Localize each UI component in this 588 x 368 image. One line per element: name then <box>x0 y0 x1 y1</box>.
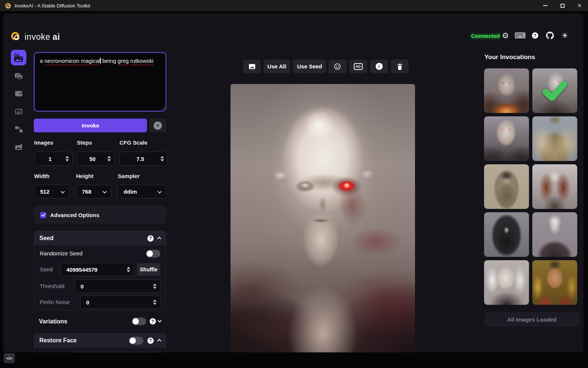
cfg-scale-label: CFG Scale <box>120 139 147 146</box>
question-circle-icon: ? <box>532 32 538 39</box>
upscale-hd-button[interactable]: HD <box>349 59 367 73</box>
seed-help-icon[interactable]: ? <box>147 235 154 242</box>
images-input[interactable]: 1 <box>34 152 73 166</box>
threshold-input[interactable]: 0 <box>75 280 160 293</box>
hotkeys-button[interactable]: ⌨ <box>514 30 526 41</box>
seed-input[interactable]: 4099544579 <box>61 263 134 276</box>
svg-text:Aa: Aa <box>14 52 20 57</box>
gallery-thumbnail[interactable] <box>532 116 577 161</box>
selected-check-icon <box>541 77 569 104</box>
generated-image <box>231 84 415 352</box>
perlin-noise-input[interactable]: 0 <box>80 296 160 309</box>
close-button[interactable]: ✕ <box>571 0 588 11</box>
shuffle-button[interactable]: Shuffle <box>137 263 160 276</box>
tab-outpainting[interactable] <box>12 105 25 117</box>
delete-image-button[interactable] <box>391 59 409 73</box>
tab-nodes[interactable] <box>12 123 25 135</box>
collapse-chevron-icon[interactable] <box>157 339 161 343</box>
chevron-down-icon <box>61 189 65 193</box>
restore-face-header[interactable]: Restore Face ? <box>34 333 166 348</box>
randomize-seed-label: Randomize Seed <box>40 250 82 256</box>
cancel-button[interactable]: ✕ <box>149 119 166 132</box>
gallery-thumbnail[interactable] <box>532 164 577 209</box>
help-button[interactable]: ? <box>529 30 541 41</box>
seed-value: 4099544579 <box>66 267 97 273</box>
variations-toggle[interactable] <box>132 317 146 325</box>
invoke-logo-icon <box>11 32 19 40</box>
brand-invoke: invoke <box>24 32 50 42</box>
stepper-icon[interactable] <box>153 300 157 305</box>
github-button[interactable] <box>544 30 556 41</box>
seed-label: Seed <box>40 266 53 272</box>
restore-face-toggle[interactable] <box>129 337 143 345</box>
threshold-value: 0 <box>81 283 84 290</box>
sampler-select[interactable]: ddim <box>118 185 166 198</box>
gallery-thumbnail[interactable] <box>484 260 529 305</box>
collapse-chevron-icon[interactable] <box>157 237 161 241</box>
gallery-thumbnail[interactable] <box>532 212 577 257</box>
randomize-seed-toggle[interactable] <box>146 250 160 258</box>
stepper-icon[interactable] <box>127 267 130 272</box>
use-seed-button[interactable]: Use Seed <box>293 59 326 73</box>
stepper-icon[interactable] <box>65 156 69 162</box>
gallery-thumbnail[interactable] <box>484 116 529 161</box>
close-icon: ✕ <box>577 3 582 8</box>
settings-button[interactable]: ⚙ <box>500 30 511 41</box>
prompt-word: a <box>40 58 43 64</box>
gallery-thumbnail[interactable] <box>532 260 577 305</box>
fix-faces-button[interactable] <box>329 59 346 73</box>
text-caret <box>100 58 101 64</box>
maximize-button[interactable] <box>554 0 571 11</box>
image-to-image-icon <box>14 71 24 81</box>
steps-value: 50 <box>89 156 96 162</box>
image-info-button[interactable]: i <box>370 59 388 73</box>
keyboard-icon: ⌨ <box>514 31 526 40</box>
width-select[interactable]: 512 <box>34 185 69 198</box>
height-select[interactable]: 768 <box>76 185 111 198</box>
console-toggle-button[interactable]: </> <box>4 353 15 363</box>
perlin-noise-value: 0 <box>86 299 89 306</box>
cfg-scale-input[interactable]: 7.5 <box>120 152 168 166</box>
window-title: InvokeAI - A Stable Diffusion Toolkit <box>14 3 90 9</box>
variations-help-icon[interactable]: ? <box>150 318 156 325</box>
prompt-input[interactable]: a necronomicon magical being greg rutkow… <box>34 52 166 112</box>
use-all-button[interactable]: Use All <box>264 59 290 73</box>
stepper-icon[interactable] <box>160 156 164 162</box>
info-icon: i <box>376 63 383 70</box>
face-icon <box>334 63 341 70</box>
brand-title: invokeai <box>24 32 60 42</box>
gallery-thumbnail[interactable] <box>532 68 577 113</box>
sun-icon: ☀ <box>561 31 568 40</box>
tab-post-processing[interactable] <box>12 141 25 153</box>
gear-icon: ⚙ <box>502 31 509 40</box>
app-window: invokeai Connected ⚙ ⌨ ? ☀ Aa <box>3 13 584 352</box>
tab-image-to-image[interactable] <box>12 69 25 82</box>
gallery-thumbnail[interactable] <box>484 68 529 113</box>
variations-title: Variations <box>39 318 67 325</box>
restore-face-help-icon[interactable]: ? <box>147 338 154 344</box>
expand-chevron-icon[interactable] <box>157 318 161 322</box>
tab-inpainting[interactable] <box>12 87 25 100</box>
resize-grip-icon[interactable] <box>161 106 164 110</box>
gallery-thumbnail[interactable] <box>484 164 529 209</box>
brand-ai: ai <box>52 32 60 42</box>
minimize-button[interactable] <box>537 0 554 11</box>
invoke-button[interactable]: Invoke <box>34 119 147 132</box>
load-status-bar: All Images Loaded <box>484 312 579 327</box>
advanced-options-checkbox[interactable] <box>40 212 46 218</box>
stepper-icon[interactable] <box>153 284 157 289</box>
theme-button[interactable]: ☀ <box>559 30 571 41</box>
window-titlebar: InvokeAI - A Stable Diffusion Toolkit ✕ <box>0 0 588 11</box>
strength-input[interactable]: 0.8 <box>71 352 160 352</box>
show-image-button[interactable] <box>243 59 261 73</box>
image-icon <box>248 63 256 70</box>
tab-text-to-image[interactable]: Aa <box>11 50 26 65</box>
steps-input[interactable]: 50 <box>77 152 115 166</box>
gallery-thumbnail[interactable] <box>484 212 529 257</box>
prompt-word: being <box>102 58 116 64</box>
steps-label: Steps <box>77 139 92 146</box>
stepper-icon[interactable] <box>107 156 111 162</box>
images-label: Images <box>34 139 53 146</box>
prompt-text: a necronomicon magical being greg rutkow… <box>40 58 153 64</box>
seed-panel-header[interactable]: Seed ? <box>34 231 166 245</box>
